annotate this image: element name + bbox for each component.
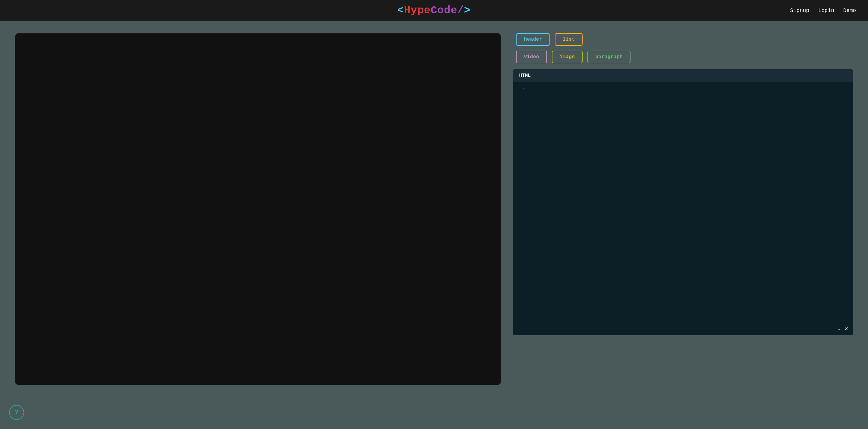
code-panel: HTML 1 ↓ ✕ [513, 69, 853, 335]
download-icon[interactable]: ↓ [837, 325, 841, 332]
header-button[interactable]: header [516, 33, 550, 46]
logo-gt: > [464, 4, 471, 16]
buttons-row-2: video image paragraph [513, 51, 853, 63]
close-icon[interactable]: ✕ [844, 325, 848, 332]
help-button[interactable]: ? [9, 405, 24, 420]
line-numbers: 1 [519, 87, 525, 317]
paragraph-button[interactable]: paragraph [587, 51, 630, 63]
list-button[interactable]: list [555, 33, 583, 46]
image-button[interactable]: image [552, 51, 583, 63]
code-panel-title: HTML [519, 73, 530, 78]
main-content: header list video image paragraph HTML 1… [0, 21, 868, 429]
navbar: <HypeCode/> Signup Login Demo [0, 0, 868, 21]
logo: <HypeCode/> [397, 4, 470, 16]
logo-hype: Hype [404, 4, 430, 16]
preview-panel [15, 33, 501, 385]
code-content [530, 87, 847, 317]
component-buttons: header list video image paragraph [513, 33, 853, 63]
video-button[interactable]: video [516, 51, 547, 63]
code-editor-body[interactable]: 1 [513, 82, 853, 322]
code-panel-footer: ↓ ✕ [513, 322, 853, 335]
logo-slash: / [457, 4, 464, 16]
demo-button[interactable]: Demo [843, 7, 856, 13]
logo-code: Code [431, 4, 457, 16]
logo-lt: < [397, 4, 404, 16]
signup-button[interactable]: Signup [790, 7, 809, 13]
code-panel-header: HTML [513, 69, 853, 82]
nav-links: Signup Login Demo [790, 7, 856, 13]
login-button[interactable]: Login [818, 7, 834, 13]
buttons-row-1: header list [513, 33, 853, 46]
right-panel: header list video image paragraph HTML 1… [513, 33, 853, 417]
line-number-1: 1 [523, 87, 525, 92]
